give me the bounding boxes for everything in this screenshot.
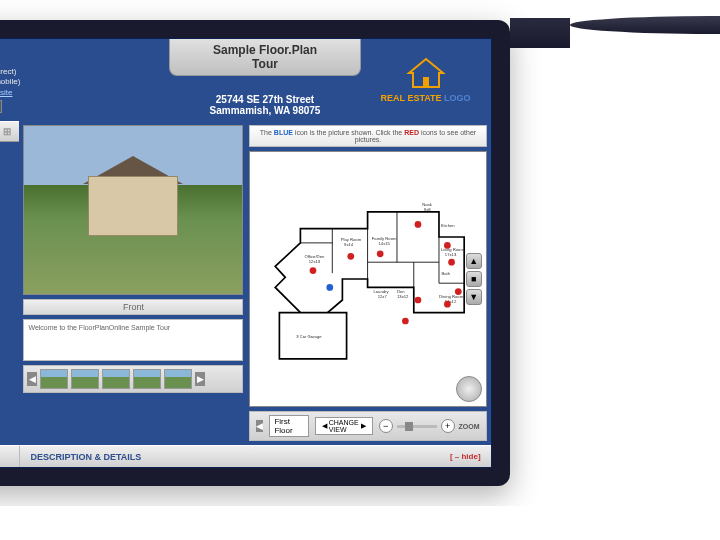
content-area: Front Welcome to the FloorPlanOnline Sam… <box>19 121 490 445</box>
title-area: Sample Floor.Plan Tour 25744 SE 27th Str… <box>169 39 360 121</box>
hotspot-icon[interactable] <box>444 301 451 308</box>
address-line2: Sammamish, WA 98075 <box>169 105 360 116</box>
agent-phone-direct: 800-810-3810 (direct) <box>0 67 20 77</box>
media-header: MEDIA ⊞ <box>0 121 19 142</box>
house-logo-icon <box>405 57 447 89</box>
property-address: 25744 SE 27th Street Sammamish, WA 98075 <box>169 94 360 116</box>
address-line1: 25744 SE 27th Street <box>169 94 360 105</box>
welcome-text: Welcome to the FloorPlanOnline Sample To… <box>23 319 243 361</box>
app-screen: Jill Agent FloorPlanOnline 800-810-3810 … <box>0 38 492 468</box>
agent-website-link[interactable]: Visit Website <box>0 88 13 97</box>
nav-areamap[interactable]: 🌐Area Map <box>0 317 19 345</box>
pan-disc-control[interactable] <box>456 376 482 402</box>
hotspot-icon[interactable] <box>348 253 355 260</box>
floor-prev-button[interactable]: ◀ <box>256 420 263 432</box>
logo-area: REAL ESTATE LOGO <box>361 39 491 121</box>
nav-roomplanner[interactable]: 🛏Room Planner <box>0 233 19 261</box>
brand-logo: REAL ESTATE LOGO <box>381 57 471 103</box>
hotspot-icon[interactable] <box>310 267 317 274</box>
logo-text-2: LOGO <box>444 93 471 103</box>
hint-bar: The BLUE icon is the picture shown. Clic… <box>249 125 486 147</box>
nav-floorplan[interactable]: ⬛FloorPlan <box>0 205 19 233</box>
plan-control-button[interactable]: ▲ <box>466 253 482 269</box>
nav-photos[interactable]: 📷Photos <box>0 142 19 170</box>
svg-text:13x12: 13x12 <box>397 294 409 299</box>
monitor-frame: Jill Agent FloorPlanOnline 800-810-3810 … <box>0 20 510 486</box>
logo-text-1: REAL ESTATE <box>381 93 442 103</box>
agent-company: FloorPlanOnline <box>0 57 20 67</box>
hide-button[interactable]: [ – hide] <box>450 452 481 461</box>
nav-list: 📷Photos ▶WalkThru™ Video ⬛FloorPlan 🛏Roo… <box>0 142 19 445</box>
plan-side-controls: ▲ ■ ▼ <box>466 253 482 305</box>
zoom-slider-thumb[interactable] <box>405 422 413 431</box>
zoom-controls: − + ZOOM <box>379 419 480 433</box>
nav-printable[interactable]: 🖨Printable Materials <box>0 261 19 289</box>
svg-text:Kitchen: Kitchen <box>441 223 456 228</box>
floorplan-svg: Nook9x8 Kitchen Play Room9x14 Family Roo… <box>250 152 485 406</box>
hotspot-icon[interactable] <box>415 221 422 228</box>
hint-blue: BLUE <box>274 129 293 136</box>
hotspot-current-icon[interactable] <box>327 284 334 291</box>
svg-text:17x13: 17x13 <box>445 252 457 257</box>
zoom-slider[interactable] <box>397 425 437 428</box>
description-header[interactable]: DESCRIPTION & DETAILS [ – hide] <box>19 445 490 467</box>
agent-phone-mobile: 206-384-4400 (mobile) <box>0 77 20 87</box>
plan-bottom-bar: ◀ First Floor ◀CHANGE VIEW▶ − + ZOOM <box>249 411 486 441</box>
change-view-button[interactable]: ◀CHANGE VIEW▶ <box>315 417 373 435</box>
hotspot-icon[interactable] <box>402 318 409 325</box>
floor-select[interactable]: First Floor <box>269 415 308 437</box>
thumbnail[interactable] <box>40 369 68 389</box>
hotspot-icon[interactable] <box>449 259 456 266</box>
photo-panel: Front Welcome to the FloorPlanOnline Sam… <box>23 125 243 441</box>
photo-caption: Front <box>23 299 243 315</box>
thumb-prev-button[interactable]: ◀ <box>27 372 37 386</box>
bottom-bar: 🔧 TOOLS [ + ] DESCRIPTION & DETAILS [ – … <box>0 445 491 467</box>
monitor-stand <box>510 18 570 486</box>
hotspot-icon[interactable] <box>377 250 384 257</box>
topbar: Jill Agent FloorPlanOnline 800-810-3810 … <box>0 39 491 121</box>
thumbnail[interactable] <box>102 369 130 389</box>
floorplan-panel: The BLUE icon is the picture shown. Clic… <box>249 125 486 441</box>
svg-rect-0 <box>423 77 429 87</box>
svg-text:12x13: 12x13 <box>309 259 321 264</box>
hotspot-icon[interactable] <box>455 288 462 295</box>
hotspot-icon[interactable] <box>415 297 422 304</box>
nav-walkthru[interactable]: ▶WalkThru™ <box>0 170 19 198</box>
plan-control-button[interactable]: ■ <box>466 271 482 287</box>
sidebar: MEDIA ⊞ 📷Photos ▶WalkThru™ Video ⬛FloorP… <box>0 121 19 445</box>
photo-house-body <box>88 176 178 236</box>
floorplan-view[interactable]: Nook9x8 Kitchen Play Room9x14 Family Roo… <box>249 151 486 407</box>
thumb-next-button[interactable]: ▶ <box>195 372 205 386</box>
zoom-in-button[interactable]: + <box>441 419 455 433</box>
svg-text:9x14: 9x14 <box>344 242 354 247</box>
media-grid-icon: ⊞ <box>3 126 11 137</box>
hint-red: RED <box>404 129 419 136</box>
svg-text:14x15: 14x15 <box>379 241 391 246</box>
page-title: Sample Floor.Plan Tour <box>169 39 360 76</box>
main-photo[interactable] <box>23 125 243 295</box>
hotspot-icon[interactable] <box>444 242 451 249</box>
main-area: MEDIA ⊞ 📷Photos ▶WalkThru™ Video ⬛FloorP… <box>0 121 491 445</box>
tools-header[interactable]: 🔧 TOOLS [ + ] <box>0 445 19 467</box>
monitor-base <box>570 16 720 34</box>
agent-name: Jill Agent <box>0 45 20 57</box>
thumbnail-strip: ◀ ▶ <box>23 365 243 393</box>
thumbnail[interactable] <box>71 369 99 389</box>
svg-text:9x8: 9x8 <box>424 207 431 212</box>
plan-control-button[interactable]: ▼ <box>466 289 482 305</box>
thumbnail[interactable] <box>133 369 161 389</box>
svg-text:3 Car Garage: 3 Car Garage <box>297 334 323 339</box>
svg-text:12x7: 12x7 <box>378 294 388 299</box>
zoom-label: ZOOM <box>459 423 480 430</box>
nav-moreinfo[interactable]: ℹMore Info <box>0 289 19 317</box>
view-contact-button[interactable]: View Contact Info <box>0 100 2 113</box>
thumbnail[interactable] <box>164 369 192 389</box>
agent-info: Jill Agent FloorPlanOnline 800-810-3810 … <box>0 45 20 115</box>
zoom-out-button[interactable]: − <box>379 419 393 433</box>
description-label: DESCRIPTION & DETAILS <box>30 452 141 462</box>
nav-walkthru-sub[interactable]: Video <box>0 198 19 205</box>
svg-text:Bath: Bath <box>442 271 451 276</box>
agent-card: Jill Agent FloorPlanOnline 800-810-3810 … <box>0 39 169 121</box>
